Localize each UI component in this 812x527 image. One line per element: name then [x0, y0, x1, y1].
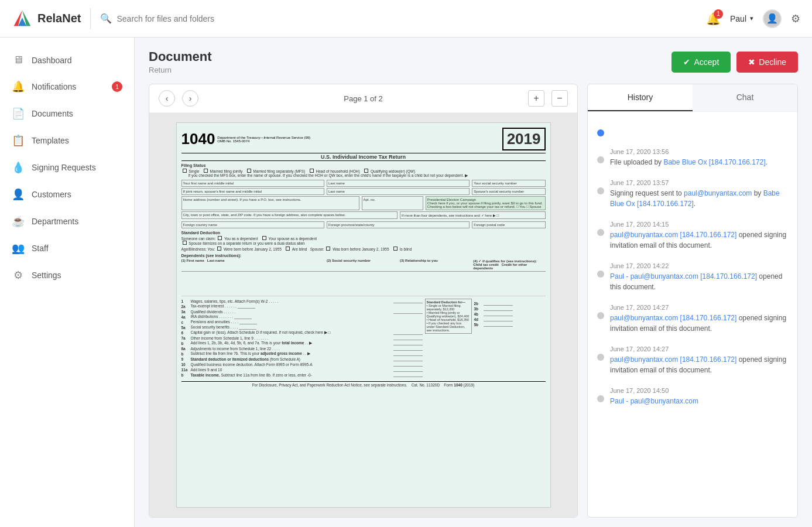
sidebar-item-notifications[interactable]: 🔔 Notifications 1 — [0, 73, 134, 100]
history-link-2a[interactable]: paul@bunyantax.com — [684, 189, 752, 197]
document-subtitle[interactable]: Return — [149, 66, 212, 74]
income-line-6: 6 Capital gain or (loss). Attach Schedul… — [181, 330, 423, 335]
tab-history[interactable]: History — [588, 84, 693, 111]
settings-icon: ⚙ — [12, 269, 25, 282]
sidebar-item-staff[interactable]: 👥 Staff — [0, 235, 134, 262]
deduction-box: Standard Deduction for— • Single or Marr… — [425, 299, 472, 334]
history-item-6: June 17, 2020 14:27 paul@bunyantax.com [… — [597, 345, 788, 375]
dashboard-icon: 🖥 — [12, 54, 25, 66]
document-icon: 📄 — [12, 107, 25, 120]
history-text-5: paul@bunyantax.com [184.170.166.172] ope… — [610, 313, 788, 334]
sidebar-item-templates[interactable]: 📋 Templates — [0, 127, 134, 154]
notification-badge: 1 — [714, 9, 723, 19]
history-dot-2 — [597, 187, 604, 194]
history-item-current — [597, 121, 788, 136]
filing-status-header: Filing Status — [181, 163, 546, 167]
income-line-1: 1 Wages, salaries, tips, etc. Attach For… — [181, 299, 423, 303]
history-dot-3 — [597, 229, 604, 236]
history-link-3a[interactable]: paul@bunyantax.com [184.170.166.172] — [610, 231, 736, 239]
sidebar-item-dashboard[interactable]: 🖥 Dashboard — [0, 47, 134, 73]
nav-right: 🔔 1 Paul ▾ 👤 ⚙ — [706, 9, 800, 28]
form-year: 2019 — [502, 128, 546, 150]
search-input[interactable] — [117, 14, 393, 23]
standard-deduction-desc: Someone can claim: You as a dependent Yo… — [181, 236, 546, 245]
sidebar-label-signing-requests: Signing Requests — [32, 163, 96, 172]
document-title-area: Document Return — [149, 49, 212, 74]
history-link-7a[interactable]: Paul - paul@bunyantax.com — [610, 397, 698, 405]
tab-chat[interactable]: Chat — [693, 84, 797, 111]
history-item-1: June 17, 2020 13:56 File uploaded by Bab… — [597, 148, 788, 167]
document-header: Document Return ✔ Accept ✖ Decline — [135, 37, 812, 74]
income-line-5a: 5a Social security benefits . . . . — [181, 325, 423, 330]
history-time-5: June 17, 2020 14:27 — [610, 304, 788, 311]
topnav: RelaNet 🔍 🔔 1 Paul ▾ 👤 ⚙ — [0, 0, 812, 37]
income-section: 1 Wages, salaries, tips, etc. Attach For… — [181, 299, 546, 378]
sidebar-item-documents[interactable]: 📄 Documents — [0, 100, 134, 127]
logo-text: RelaNet — [37, 12, 81, 25]
age-blindness: Age/Blindness: You: Were born before Jan… — [181, 247, 546, 251]
history-time-6: June 17, 2020 14:27 — [610, 345, 788, 353]
sidebar-label-templates: Templates — [32, 136, 69, 145]
history-item-5: June 17, 2020 14:27 paul@bunyantax.com [… — [597, 304, 788, 334]
sidebar-label-departments: Departments — [32, 217, 78, 226]
history-text-7: Paul - paul@bunyantax.com — [610, 396, 698, 406]
income-line-7a: 7a Other income from Schedule 1, line 9 … — [181, 336, 423, 340]
history-dot-1 — [597, 156, 604, 163]
standard-deduction-header: Standard Deduction — [181, 231, 546, 235]
history-text-1: File uploaded by Babe Blue Ox [184.170.1… — [610, 157, 768, 167]
history-text-6: paul@bunyantax.com [184.170.166.172] ope… — [610, 354, 788, 375]
history-content-1: June 17, 2020 13:56 File uploaded by Bab… — [610, 148, 768, 167]
history-time-4: June 17, 2020 14:22 — [610, 262, 788, 269]
avatar[interactable]: 👤 — [763, 9, 782, 28]
customers-icon: 👤 — [12, 188, 25, 201]
history-item-3: June 17, 2020 14:15 paul@bunyantax.com [… — [597, 221, 788, 251]
income-line-8a: 8a Adjustments to income from Schedule 1… — [181, 346, 423, 351]
sidebar-label-documents: Documents — [32, 109, 73, 118]
decline-button[interactable]: ✖ Decline — [736, 52, 798, 73]
form-title: U.S. Individual Income Tax Return — [181, 153, 546, 161]
income-right-col: Standard Deduction for— • Single or Marr… — [425, 299, 546, 378]
history-link-4a[interactable]: Paul - paul@bunyantax.com [184.170.166.1… — [610, 272, 757, 280]
logo: RelaNet — [12, 8, 81, 29]
main-content: Document Return ✔ Accept ✖ Decline ‹ — [135, 37, 812, 527]
foreign-fields: Foreign country name Foreign province/st… — [181, 221, 546, 228]
history-time-3: June 17, 2020 14:15 — [610, 221, 788, 228]
accept-button[interactable]: ✔ Accept — [671, 52, 731, 73]
document-viewer: ‹ › Page 1 of 2 + − 1040 Depar — [149, 84, 578, 518]
notification-button[interactable]: 🔔 1 — [706, 12, 721, 26]
sidebar-item-settings[interactable]: ⚙ Settings — [0, 262, 134, 289]
sidebar-label-settings: Settings — [32, 271, 61, 280]
history-dot-6 — [597, 354, 604, 361]
income-line-2a: 2a Tax-exempt interest . . . . . . — [181, 304, 423, 309]
history-text-3: paul@bunyantax.com [184.170.166.172] ope… — [610, 230, 788, 251]
search-bar: 🔍 — [100, 13, 393, 24]
history-time-1: June 17, 2020 13:56 — [610, 148, 768, 155]
history-dot-5 — [597, 312, 604, 319]
sidebar-item-signing-requests[interactable]: 💧 Signing Requests — [0, 154, 134, 181]
sidebar-item-departments[interactable]: ☕ Departments — [0, 208, 134, 235]
history-dot-current — [597, 129, 604, 136]
settings-icon[interactable]: ⚙ — [791, 12, 800, 25]
history-content-5: June 17, 2020 14:27 paul@bunyantax.com [… — [610, 304, 788, 334]
zoom-in-button[interactable]: + — [528, 90, 544, 107]
income-line-4a: 4a IRA distributions . . . . . . . — [181, 314, 423, 319]
next-page-button[interactable]: › — [182, 90, 198, 107]
staff-icon: 👥 — [12, 242, 25, 255]
sidebar: 🖥 Dashboard 🔔 Notifications 1 📄 Document… — [0, 37, 135, 527]
form-1040-number: 1040 — [181, 130, 215, 148]
user-menu-button[interactable]: Paul ▾ — [730, 14, 753, 23]
history-content-2: June 17, 2020 13:57 Signing request sent… — [610, 179, 788, 209]
document-actions: ✔ Accept ✖ Decline — [671, 52, 798, 73]
history-link-1a[interactable]: Babe Blue Ox [184.170.166.172] — [663, 158, 765, 166]
prev-page-button[interactable]: ‹ — [159, 90, 175, 107]
history-time-7: June 17, 2020 14:50 — [610, 387, 698, 394]
income-line-10: 10 Qualified business income deduction. … — [181, 362, 423, 367]
form-dept: Department of the Treasury—Internal Reve… — [217, 136, 499, 143]
history-link-6a[interactable]: paul@bunyantax.com [184.170.166.172] — [610, 355, 736, 364]
name-fields: Your first name and middle initial Last … — [181, 180, 546, 187]
history-link-5a[interactable]: paul@bunyantax.com [184.170.166.172] — [610, 314, 736, 322]
form-footer: For Disclosure, Privacy Act, and Paperwo… — [181, 381, 546, 387]
sidebar-item-customers[interactable]: 👤 Customers — [0, 181, 134, 208]
zoom-out-button[interactable]: − — [551, 90, 568, 107]
address-fields: Home address (number and street). If you… — [181, 196, 546, 210]
